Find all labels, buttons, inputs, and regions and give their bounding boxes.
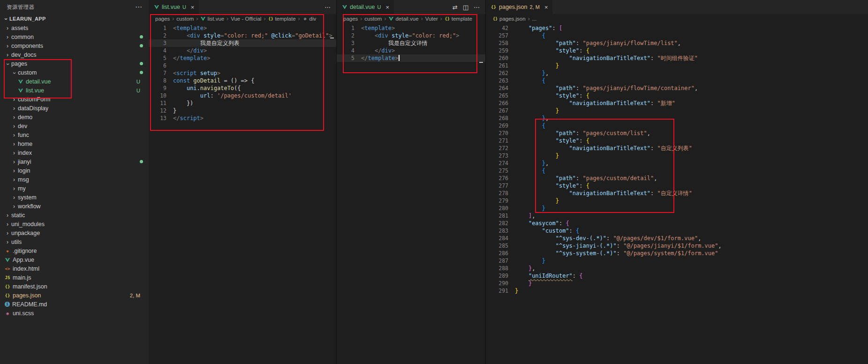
tree-item-unpackage[interactable]: unpackage xyxy=(0,228,149,237)
breadcrumb-pages.json[interactable]: {}pages.json xyxy=(492,16,526,22)
tree-item-login[interactable]: login xyxy=(0,166,149,175)
tree-item-utils[interactable]: utils xyxy=(0,237,149,246)
code-line-text: } xyxy=(515,62,559,69)
tree-item-uni.scss[interactable]: ◉uni.scss xyxy=(0,309,149,318)
breadcrumb-template[interactable]: {}template xyxy=(268,16,295,22)
editor-group-pages-json[interactable]: {}pages.json2, M×{}pages.json›...42 "pag… xyxy=(485,0,868,364)
code-token: } xyxy=(556,107,559,114)
code-token xyxy=(515,235,556,242)
code-line-text: "navigationBarTitleText": "新增" xyxy=(515,99,675,107)
breadcrumb-...[interactable]: ... xyxy=(532,16,537,22)
vue-icon xyxy=(388,16,394,22)
more-actions-icon[interactable]: ⋯ xyxy=(135,3,142,11)
chevron-right-icon xyxy=(4,43,11,49)
breadcrumb-pages[interactable]: pages xyxy=(343,16,358,22)
tree-item-label: detail.vue xyxy=(26,78,51,85)
layout-icon[interactable]: ◫ xyxy=(463,4,468,11)
code-token: "@/pages/jianyi/$1/form.vue" xyxy=(623,243,718,249)
breadcrumb-Vuter[interactable]: Vuter xyxy=(425,16,438,22)
tree-item-label: system xyxy=(18,194,37,201)
tree-item-static[interactable]: static xyxy=(0,211,149,220)
tree-item-index[interactable]: index xyxy=(0,148,149,157)
code-editor[interactable]: 1<template>2 <div style="color: red;">3 … xyxy=(337,23,485,62)
tree-item-func[interactable]: func xyxy=(0,130,149,139)
code-token: div xyxy=(193,47,204,54)
tree-item-.gitignore[interactable]: ◆.gitignore xyxy=(0,246,149,255)
code-token: , xyxy=(545,160,549,167)
code-line: 13</script> xyxy=(149,114,336,122)
tree-item-manifest.json[interactable]: {}manifest.json xyxy=(0,282,149,291)
tree-item-pages[interactable]: pages xyxy=(0,59,149,68)
tree-item-main.js[interactable]: JSmain.js xyxy=(0,273,149,282)
tree-item-dataDisplay[interactable]: dataDisplay xyxy=(0,104,149,113)
tree-item-App.vue[interactable]: App.vue xyxy=(0,255,149,264)
code-editor[interactable]: 1<template>2 <div style="color: red;" @c… xyxy=(149,23,336,122)
tree-item-label: static xyxy=(11,212,25,219)
tree-item-msg[interactable]: msg xyxy=(0,175,149,184)
tree-item-my[interactable]: my xyxy=(0,184,149,193)
editor-group-detail-vue[interactable]: detail.vueU×⇄◫⋯pages›custom›detail.vue›V… xyxy=(336,0,485,364)
tree-item-custom[interactable]: custom xyxy=(0,68,149,77)
tree-item-system[interactable]: system xyxy=(0,193,149,202)
breadcrumb-separator: › xyxy=(360,15,362,22)
code-token: } xyxy=(542,205,545,212)
tree-item-README.md[interactable]: iREADME.md xyxy=(0,300,149,309)
tree-item-dev[interactable]: dev xyxy=(0,121,149,130)
code-line-text: "path": "pages/jianyi/flowTime/container… xyxy=(515,84,698,92)
code-token: "@/pages/system/$1/form.vue" xyxy=(623,250,718,257)
code-token: { xyxy=(566,220,569,227)
code-line-text: } xyxy=(515,197,559,205)
tree-item-detail.vue[interactable]: detail.vueU xyxy=(0,77,149,86)
tree-item-index.html[interactable]: <>index.html xyxy=(0,264,149,273)
tree-item-components[interactable]: components xyxy=(0,41,149,50)
breadcrumb-list.vue[interactable]: list.vue xyxy=(200,16,224,22)
code-token xyxy=(361,47,375,54)
modified-dot-indicator xyxy=(140,44,143,47)
editor-group-list-vue[interactable]: list.vueU×⋯pages›custom›list.vue›Vue - O… xyxy=(149,0,336,364)
tree-item-list.vue[interactable]: list.vueU xyxy=(0,86,149,95)
breadcrumb-detail.vue[interactable]: detail.vue xyxy=(388,16,418,22)
more-icon[interactable]: ⋯ xyxy=(325,4,331,11)
tree-item-dev_docs[interactable]: dev_docs xyxy=(0,50,149,59)
code-line: 288 }, xyxy=(486,265,868,272)
tree-item-pages.json[interactable]: {}pages.json2, M xyxy=(0,291,149,300)
breadcrumb-template[interactable]: {}template xyxy=(445,16,472,22)
tree-item-uni_modules[interactable]: uni_modules xyxy=(0,220,149,228)
tree-item-customForm[interactable]: customForm xyxy=(0,95,149,104)
breadcrumb-pages[interactable]: pages xyxy=(155,16,170,22)
tab-list.vue[interactable]: list.vueU× xyxy=(149,0,199,14)
breadcrumb-label: pages.json xyxy=(499,16,526,22)
close-icon[interactable]: × xyxy=(191,4,195,11)
code-token: : xyxy=(606,235,613,242)
tab-detail.vue[interactable]: detail.vueU× xyxy=(337,0,394,14)
tree-item-common[interactable]: common xyxy=(0,32,149,41)
close-icon[interactable]: × xyxy=(544,4,548,11)
code-line: 5</template> xyxy=(149,54,336,62)
tree-item-jianyi[interactable]: jianyi xyxy=(0,157,149,166)
tree-item-assets[interactable]: assets xyxy=(0,23,149,32)
code-token xyxy=(515,77,542,84)
tree-item-label: func xyxy=(18,132,29,138)
compare-icon[interactable]: ⇄ xyxy=(453,4,458,11)
breadcrumb-custom[interactable]: custom xyxy=(364,16,382,22)
line-number: 279 xyxy=(486,197,508,205)
code-token: "自定义详情" xyxy=(657,190,692,197)
code-token xyxy=(515,100,569,106)
tree-item-home[interactable]: home xyxy=(0,139,149,148)
code-token xyxy=(515,55,569,61)
breadcrumb-Vue - Official[interactable]: Vue - Official xyxy=(231,16,261,22)
breadcrumb-custom[interactable]: custom xyxy=(176,16,194,22)
chevron-right-icon xyxy=(10,150,18,156)
breadcrumb-div[interactable]: ⊘div xyxy=(302,16,317,22)
code-token: "path" xyxy=(556,175,576,182)
tree-item-workflow[interactable]: workflow xyxy=(0,202,149,211)
code-line: 271 "style": { xyxy=(486,137,868,144)
close-icon[interactable]: × xyxy=(385,4,389,11)
explorer-root-folder[interactable]: LEARUN_APP xyxy=(0,14,149,23)
more-icon[interactable]: ⋯ xyxy=(474,4,480,11)
code-editor[interactable]: 42 "pages": [257 {258 "path": "pages/jia… xyxy=(486,23,868,295)
scss-icon: ◉ xyxy=(4,310,11,317)
tab-pages.json[interactable]: {}pages.json2, M× xyxy=(486,0,553,14)
tree-item-demo[interactable]: demo xyxy=(0,113,149,121)
code-token xyxy=(515,167,542,174)
